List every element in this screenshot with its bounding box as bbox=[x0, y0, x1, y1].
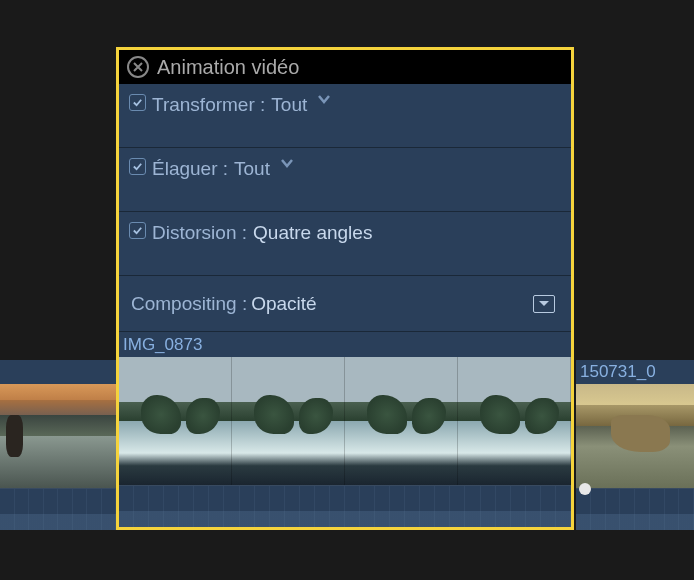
clip-name-label: IMG_0873 bbox=[119, 332, 571, 357]
clip-waveform bbox=[0, 488, 116, 530]
clip-thumbnail bbox=[232, 357, 345, 485]
transform-value: Tout bbox=[271, 94, 307, 116]
transform-label: Transformer : bbox=[152, 94, 265, 116]
compositing-value: Opacité bbox=[251, 293, 316, 315]
playhead-marker[interactable] bbox=[579, 483, 591, 495]
trim-row[interactable]: Élaguer : Tout bbox=[119, 148, 571, 212]
transform-row[interactable]: Transformer : Tout bbox=[119, 84, 571, 148]
clip-waveform bbox=[576, 488, 694, 530]
clip-thumbnail bbox=[0, 384, 116, 488]
panel-title: Animation vidéo bbox=[157, 56, 299, 79]
clip-thumbnail bbox=[345, 357, 458, 485]
timeline-clip-left[interactable] bbox=[0, 360, 116, 530]
clip-waveform[interactable] bbox=[119, 485, 571, 527]
chevron-down-icon[interactable] bbox=[317, 94, 331, 104]
clip-thumbnails[interactable] bbox=[119, 357, 571, 485]
close-icon[interactable] bbox=[127, 56, 149, 78]
timeline-clip-right[interactable]: 150731_0 bbox=[576, 360, 694, 530]
transform-checkbox[interactable] bbox=[129, 94, 146, 111]
clip-name-label: 150731_0 bbox=[576, 360, 694, 384]
chevron-down-icon[interactable] bbox=[280, 158, 294, 168]
distortion-checkbox[interactable] bbox=[129, 222, 146, 239]
trim-label: Élaguer : bbox=[152, 158, 228, 180]
clip-thumbnail bbox=[458, 357, 571, 485]
distortion-value: Quatre angles bbox=[253, 222, 372, 244]
compositing-label: Compositing : bbox=[131, 293, 247, 315]
clip-thumbnail bbox=[119, 357, 232, 485]
distortion-label: Distorsion : bbox=[152, 222, 247, 244]
clip-name-area bbox=[0, 360, 116, 384]
distortion-row[interactable]: Distorsion : Quatre angles bbox=[119, 212, 571, 276]
trim-checkbox[interactable] bbox=[129, 158, 146, 175]
trim-value: Tout bbox=[234, 158, 270, 180]
compositing-row[interactable]: Compositing : Opacité bbox=[119, 276, 571, 332]
clip-section: IMG_0873 bbox=[119, 332, 571, 527]
expand-button[interactable] bbox=[533, 295, 555, 313]
clip-thumbnail bbox=[576, 384, 694, 488]
panel-header: Animation vidéo bbox=[119, 50, 571, 84]
video-animation-panel: Animation vidéo Transformer : Tout Élagu… bbox=[116, 47, 574, 530]
